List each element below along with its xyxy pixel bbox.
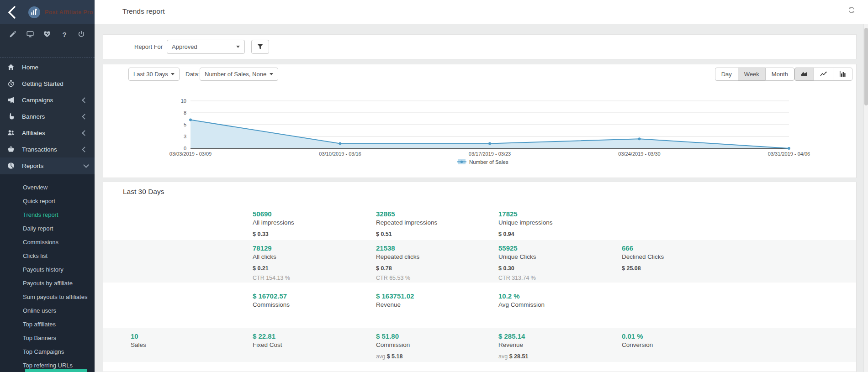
date-range-value: Last 30 Days	[133, 71, 168, 78]
sidebar-subitem-top-banners[interactable]: Top Banners	[0, 331, 95, 345]
stat-label: Unique Clicks	[498, 252, 536, 261]
report-for-label: Report For	[134, 43, 163, 50]
sidebar-item-label: Reports	[22, 162, 84, 169]
stat-avg-word: avg	[376, 353, 385, 360]
period-button-week[interactable]: Week	[738, 68, 766, 81]
hand-pointer-icon	[7, 113, 15, 121]
stat-label: All clicks	[253, 252, 290, 261]
users-icon	[7, 129, 15, 137]
sidebar-item-label: Getting Started	[22, 80, 88, 87]
page-title: Trends report	[122, 7, 164, 16]
period-button-group: DayWeekMonth	[715, 68, 794, 81]
edit-icon[interactable]	[9, 31, 17, 38]
stat-conversion: 0.01 %Conversion	[622, 332, 653, 349]
monitor-icon[interactable]	[26, 31, 34, 38]
sidebar-subitem-sum-payouts-to-affiliates[interactable]: Sum payouts to affiliates	[0, 290, 95, 304]
sidebar-item-getting-started[interactable]: Getting Started	[0, 75, 95, 92]
sidebar-subitem-clicks-list[interactable]: Clicks list	[0, 249, 95, 263]
power-icon[interactable]	[78, 31, 85, 38]
sidebar-item-label: Transactions	[22, 146, 83, 153]
chevron-down-icon	[83, 162, 89, 168]
stat-avg-value: $ 5.18	[387, 353, 403, 360]
stat-avg: avg $ 5.18	[376, 353, 410, 360]
sidebar-item-affiliates[interactable]: Affiliates	[0, 125, 95, 141]
chart-type-button-group	[794, 68, 852, 81]
report-for-select[interactable]: Approved	[167, 40, 245, 54]
sidebar-item-label: Affiliates	[22, 130, 83, 136]
stat-value: 21538	[376, 244, 419, 252]
help-icon[interactable]: ?	[61, 31, 69, 38]
stat-value: 666	[622, 244, 664, 252]
sidebar-subitem-quick-report[interactable]: Quick report	[0, 194, 95, 208]
scrollbar-thumb[interactable]	[864, 28, 868, 105]
stat-money: $ 0.33	[253, 231, 294, 237]
sidebar-subitem-daily-report[interactable]: Daily report	[0, 222, 95, 236]
collapse-sidebar-button[interactable]	[6, 5, 17, 20]
sidebar-item-label: Banners	[22, 113, 83, 120]
stat-label: Repeated impressions	[376, 218, 437, 227]
sidebar-item-reports[interactable]: Reports	[0, 157, 95, 174]
stat-repeated-impressions: 32865Repeated impressions$ 0.51	[376, 210, 437, 237]
stopwatch-icon	[7, 80, 15, 88]
svg-text:03/31/2019 - 04/06: 03/31/2019 - 04/06	[768, 151, 810, 157]
stat-revenue: $ 285.14Revenueavg $ 28.51	[498, 332, 528, 360]
stat-label: Unique impressions	[498, 218, 553, 227]
funnel-icon	[257, 44, 263, 50]
stat-commissions: $ 16702.57Commissions	[253, 292, 290, 309]
sidebar-subitem-online-users[interactable]: Online users	[0, 304, 95, 318]
line-chart-button[interactable]	[814, 68, 833, 81]
data-label: Data:	[185, 71, 200, 78]
data-series-select[interactable]: Number of Sales, None	[200, 68, 278, 81]
filter-button[interactable]	[251, 40, 269, 54]
stat-money: $ 0.30	[498, 265, 536, 272]
area-chart-button[interactable]	[794, 68, 814, 81]
chevron-left-icon	[82, 147, 88, 152]
stat-value: 17825	[498, 210, 553, 218]
sidebar-item-transactions[interactable]: Transactions	[0, 141, 95, 157]
sidebar: Post Affiliate Pro ? HomeGetting Started…	[0, 0, 95, 372]
period-button-month[interactable]: Month	[765, 68, 794, 81]
sidebar-subitem-trends-report[interactable]: Trends report	[0, 208, 95, 222]
bar-chart-button[interactable]	[833, 68, 852, 81]
period-button-day[interactable]: Day	[715, 68, 738, 81]
sidebar-item-home[interactable]: Home	[0, 59, 95, 75]
stat-value: 10.2 %	[498, 292, 545, 300]
stat-avg: avg $ 28.51	[498, 353, 528, 360]
stats-card: Last 30 Days 50690All impressions$ 0.333…	[103, 182, 857, 372]
refresh-icon[interactable]	[848, 6, 856, 15]
stat-ctr: CTR 313.74 %	[498, 275, 536, 281]
svg-text:0: 0	[184, 146, 186, 151]
stat-repeated-clicks: 21538Repeated clicks$ 0.78CTR 65.53 %	[376, 244, 419, 281]
line-chart-icon	[820, 70, 827, 79]
stat-label: Repeated clicks	[376, 252, 419, 261]
stat-unique-clicks: 55925Unique Clicks$ 0.30CTR 313.74 %	[498, 244, 536, 281]
stat-value: 50690	[253, 210, 294, 218]
sidebar-subitem-payouts-by-affiliate[interactable]: Payouts by affiliate	[0, 277, 95, 290]
chart-card: Last 30 Days Data: Number of Sales, None…	[103, 64, 857, 178]
sidebar-subitem-overview[interactable]: Overview	[0, 181, 95, 194]
stat-all-impressions: 50690All impressions$ 0.33	[253, 210, 294, 237]
svg-text:03/03/2019 - 03/09: 03/03/2019 - 03/09	[169, 151, 212, 157]
vertical-scrollbar[interactable]	[863, 24, 868, 372]
sidebar-subitem-commissions[interactable]: Commissions	[0, 236, 95, 249]
stat-declined-clicks: 666Declined Clicks$ 25.08	[622, 244, 664, 272]
sidebar-subitem-top-affiliates[interactable]: Top affiliates	[0, 318, 95, 331]
sidebar-subitem-top-campaigns[interactable]: Top Campaigns	[0, 345, 95, 359]
health-icon[interactable]	[43, 31, 51, 38]
filter-card: Report For Approved	[103, 34, 857, 59]
stat-ctr: CTR 154.13 %	[253, 275, 290, 281]
megaphone-icon	[7, 96, 15, 104]
stat-value: 32865	[376, 210, 437, 218]
sidebar-scrollbar[interactable]	[25, 369, 87, 372]
data-series-value: Number of Sales, None	[205, 71, 266, 78]
svg-text:03/10/2019 - 03/16: 03/10/2019 - 03/16	[319, 151, 361, 157]
chevron-left-icon	[82, 97, 88, 103]
date-range-select[interactable]: Last 30 Days	[128, 68, 180, 81]
sidebar-subitem-payouts-history[interactable]: Payouts history	[0, 263, 95, 277]
sidebar-item-campaigns[interactable]: Campaigns	[0, 92, 95, 108]
sidebar-item-banners[interactable]: Banners	[0, 108, 95, 125]
svg-text:03/24/2019 - 03/30: 03/24/2019 - 03/30	[618, 151, 660, 157]
app-logo-icon	[28, 6, 40, 18]
sidebar-item-label: Home	[22, 64, 88, 71]
stat-value: $ 16702.57	[253, 292, 290, 300]
